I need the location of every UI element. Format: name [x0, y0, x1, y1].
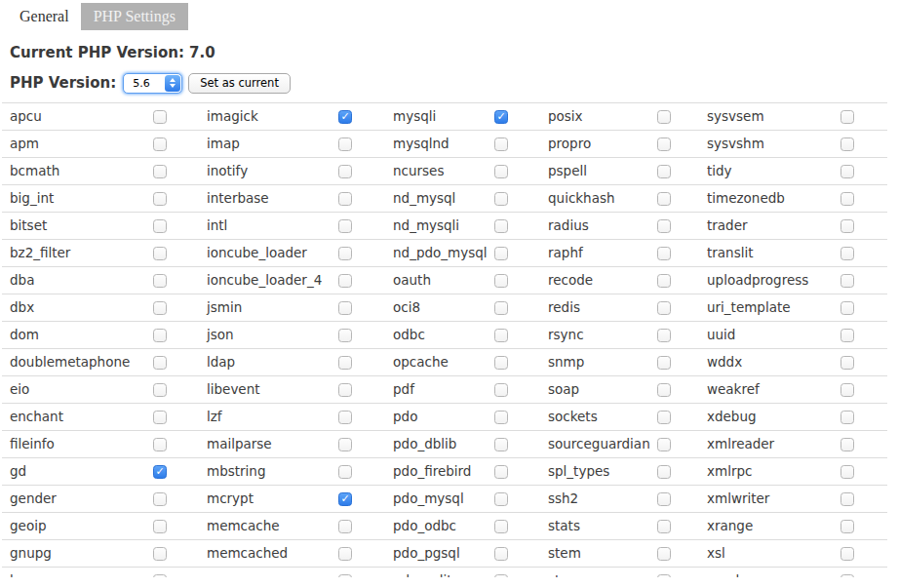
php-version-select[interactable]: 5.6 — [123, 73, 182, 94]
extension-checkbox[interactable] — [338, 329, 352, 342]
extension-checkbox[interactable] — [840, 110, 854, 124]
extension-checkbox[interactable] — [840, 492, 854, 506]
extension-name: bitset — [2, 213, 153, 240]
extension-checkbox[interactable] — [153, 547, 167, 561]
extension-checkbox[interactable] — [840, 547, 854, 561]
extension-checkbox[interactable] — [494, 110, 508, 124]
extension-checkbox-cell — [494, 103, 540, 131]
extension-checkbox[interactable] — [153, 438, 167, 451]
extension-checkbox[interactable] — [494, 137, 508, 151]
extension-checkbox[interactable] — [657, 520, 671, 533]
extension-checkbox[interactable] — [840, 165, 854, 178]
extension-checkbox[interactable] — [840, 520, 854, 533]
extension-checkbox[interactable] — [338, 356, 352, 370]
extension-checkbox[interactable] — [494, 274, 508, 288]
extension-checkbox[interactable] — [153, 247, 167, 260]
extension-checkbox[interactable] — [153, 465, 167, 479]
extension-checkbox[interactable] — [657, 110, 671, 124]
extension-checkbox[interactable] — [657, 192, 671, 206]
extension-checkbox[interactable] — [338, 574, 352, 577]
extension-checkbox[interactable] — [657, 165, 671, 178]
select-stepper-icon[interactable] — [165, 75, 180, 92]
extension-checkbox[interactable] — [338, 219, 352, 233]
extension-checkbox[interactable] — [338, 411, 352, 424]
extension-checkbox[interactable] — [494, 438, 508, 451]
extension-name: opcache — [385, 349, 494, 376]
extension-checkbox[interactable] — [153, 329, 167, 342]
extension-checkbox[interactable] — [494, 247, 508, 260]
set-as-current-button[interactable]: Set as current — [188, 73, 291, 94]
extension-checkbox[interactable] — [657, 274, 671, 288]
extension-checkbox[interactable] — [153, 356, 167, 370]
extension-checkbox[interactable] — [153, 383, 167, 397]
extension-checkbox[interactable] — [657, 574, 671, 577]
extension-checkbox[interactable] — [657, 301, 671, 315]
extension-checkbox[interactable] — [657, 438, 671, 451]
extension-checkbox[interactable] — [494, 219, 508, 233]
extension-checkbox[interactable] — [494, 383, 508, 397]
extension-checkbox[interactable] — [657, 137, 671, 151]
extension-checkbox[interactable] — [338, 137, 352, 151]
extension-checkbox[interactable] — [840, 274, 854, 288]
extension-checkbox[interactable] — [840, 356, 854, 370]
extension-checkbox[interactable] — [338, 520, 352, 533]
extension-checkbox[interactable] — [840, 411, 854, 424]
extension-checkbox[interactable] — [338, 438, 352, 451]
extension-checkbox[interactable] — [338, 547, 352, 561]
extension-checkbox[interactable] — [657, 247, 671, 260]
extension-checkbox[interactable] — [494, 329, 508, 342]
extension-checkbox[interactable] — [494, 520, 508, 533]
extension-checkbox[interactable] — [657, 465, 671, 479]
extension-checkbox[interactable] — [657, 219, 671, 233]
extension-checkbox[interactable] — [657, 547, 671, 561]
extension-checkbox[interactable] — [153, 110, 167, 124]
extension-checkbox[interactable] — [153, 274, 167, 288]
extension-row: geoipmemcachepdo_odbcstatsxrange — [2, 513, 887, 540]
extension-checkbox[interactable] — [338, 492, 352, 506]
extension-checkbox[interactable] — [153, 301, 167, 315]
extension-checkbox[interactable] — [494, 165, 508, 178]
extension-checkbox[interactable] — [840, 383, 854, 397]
extension-checkbox[interactable] — [494, 192, 508, 206]
extension-checkbox[interactable] — [338, 465, 352, 479]
extension-checkbox[interactable] — [657, 356, 671, 370]
extension-checkbox[interactable] — [494, 411, 508, 424]
extensions-table-body: apcuimagickmysqliposixsysvsemapmimapmysq… — [2, 103, 887, 578]
tab-php-settings[interactable]: PHP Settings — [81, 3, 188, 30]
extension-checkbox[interactable] — [153, 574, 167, 577]
extension-checkbox[interactable] — [494, 356, 508, 370]
extension-checkbox[interactable] — [840, 438, 854, 451]
extension-checkbox[interactable] — [840, 574, 854, 577]
extension-checkbox[interactable] — [494, 301, 508, 315]
extension-checkbox[interactable] — [153, 165, 167, 178]
extension-checkbox[interactable] — [338, 274, 352, 288]
extension-checkbox[interactable] — [657, 492, 671, 506]
extension-checkbox[interactable] — [153, 219, 167, 233]
extension-checkbox[interactable] — [657, 411, 671, 424]
extension-checkbox[interactable] — [153, 137, 167, 151]
extension-checkbox[interactable] — [494, 492, 508, 506]
extension-checkbox[interactable] — [840, 192, 854, 206]
extension-checkbox[interactable] — [153, 192, 167, 206]
extension-checkbox[interactable] — [840, 329, 854, 342]
extension-checkbox[interactable] — [840, 247, 854, 260]
tab-general[interactable]: General — [20, 3, 81, 30]
extension-checkbox[interactable] — [840, 465, 854, 479]
extension-checkbox[interactable] — [657, 383, 671, 397]
extension-checkbox[interactable] — [657, 329, 671, 342]
extension-checkbox[interactable] — [338, 383, 352, 397]
extension-checkbox[interactable] — [840, 219, 854, 233]
extension-checkbox[interactable] — [338, 301, 352, 315]
extension-checkbox[interactable] — [494, 547, 508, 561]
extension-checkbox[interactable] — [338, 192, 352, 206]
extension-checkbox[interactable] — [338, 110, 352, 124]
extension-checkbox[interactable] — [153, 520, 167, 533]
extension-checkbox[interactable] — [840, 137, 854, 151]
extension-checkbox[interactable] — [338, 165, 352, 178]
extension-checkbox[interactable] — [153, 411, 167, 424]
extension-checkbox[interactable] — [494, 465, 508, 479]
extension-checkbox[interactable] — [153, 492, 167, 506]
extension-checkbox[interactable] — [840, 301, 854, 315]
extension-checkbox[interactable] — [494, 574, 508, 577]
extension-checkbox[interactable] — [338, 247, 352, 260]
